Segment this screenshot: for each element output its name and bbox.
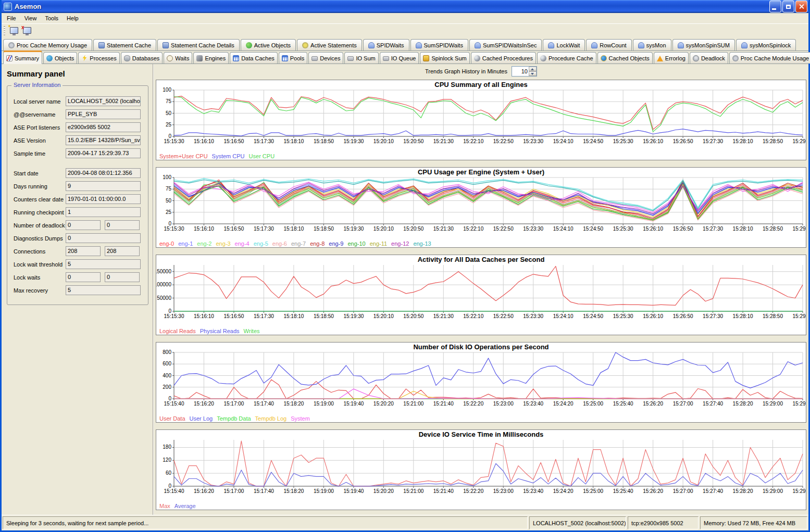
- menu-view[interactable]: View: [20, 14, 41, 22]
- field-value-ase-version[interactable]: 15.0.2/EBF 14328/P/Sun_svr: [66, 135, 141, 145]
- cache-icon: [98, 42, 105, 48]
- field-value-start-date[interactable]: 2009-04-08 08:01:12.356: [66, 168, 141, 178]
- tab-cached-procedures[interactable]: Cached Procedures: [471, 52, 536, 64]
- svg-text:15:17:00: 15:17:00: [223, 401, 244, 407]
- tab-sysmonspinlock[interactable]: sysMonSpinlock: [736, 39, 796, 50]
- field-value-connections[interactable]: 208: [66, 246, 101, 256]
- field-value-number-of-deadlock[interactable]: 0: [105, 220, 140, 230]
- field-value-days-running[interactable]: 9: [66, 181, 141, 191]
- connect-server-button[interactable]: *: [8, 25, 20, 36]
- field-value-local-server-name[interactable]: LOCALHOST_5002 (localhost:: [66, 96, 141, 106]
- field-label: ASE Port listeners: [14, 124, 66, 131]
- maximize-button[interactable]: [782, 1, 794, 12]
- field-label: Number of deadlock: [14, 222, 66, 229]
- svg-text:15:18:50: 15:18:50: [314, 313, 334, 319]
- tab-errorlog[interactable]: Errorlog: [654, 52, 689, 64]
- tab-proc-cache-module-usage[interactable]: Proc Cache Module Usage: [729, 52, 810, 64]
- tab-sysmonspinsum[interactable]: sysMonSpinSUM: [672, 39, 735, 50]
- tab-rowcount[interactable]: RowCount: [586, 39, 631, 50]
- tab-summary[interactable]: Summary: [3, 50, 42, 64]
- field-value-counters-clear-date[interactable]: 1970-01-01 01:00:00.0: [66, 194, 141, 204]
- menu-help[interactable]: Help: [63, 14, 83, 22]
- tab-label: IO Queue: [391, 55, 416, 61]
- svg-text:15:24:10: 15:24:10: [553, 313, 574, 319]
- field-value-connections[interactable]: 208: [105, 246, 140, 256]
- svg-text:15:27:00: 15:27:00: [673, 401, 693, 407]
- tab-sumspidwaits[interactable]: SumSPIDWaits: [410, 39, 468, 50]
- tab-sumspidwaitsinsec[interactable]: SumSPIDWaitsInSec: [469, 39, 542, 50]
- svg-text:150000: 150000: [156, 269, 171, 274]
- tab-spinlock-sum[interactable]: Spinlock Sum: [420, 52, 469, 64]
- tab-active-objects[interactable]: Active Objects: [241, 39, 296, 50]
- field-value-number-of-deadlock[interactable]: 0: [66, 220, 101, 230]
- tab-label: Procedure Cache: [549, 55, 593, 61]
- tab-deadlock[interactable]: Deadlock: [690, 52, 728, 64]
- tab-label: Pools: [290, 55, 305, 61]
- legend-item-eng-5: eng-5: [254, 240, 268, 247]
- field-value-lock-wait-threshold[interactable]: 5: [66, 259, 141, 269]
- chart-legend: System+User CPUSystem CPUUser CPU: [159, 153, 279, 159]
- tab-io-queue[interactable]: IO Queue: [380, 52, 419, 64]
- svg-text:15:16:20: 15:16:20: [194, 401, 214, 407]
- svg-text:180: 180: [163, 444, 171, 450]
- field-value-lock-waits[interactable]: 0: [66, 272, 101, 282]
- close-button[interactable]: [795, 1, 807, 12]
- tab-active-statements[interactable]: Active Statements: [297, 39, 362, 50]
- field-value-diagnostics-dumps[interactable]: 0: [66, 233, 141, 243]
- field-row-max-recovery: Max recovery5: [14, 285, 144, 295]
- tab-statement-cache-details[interactable]: Statement Cache Details: [157, 39, 240, 50]
- tab-cached-objects[interactable]: Cached Objects: [597, 52, 653, 64]
- status-connection: tcp:e2900x985 5002: [628, 516, 699, 529]
- tab-spidwaits[interactable]: SPIDWaits: [363, 39, 409, 50]
- tab-sysmon[interactable]: sysMon: [633, 39, 671, 50]
- field-label: Connections: [14, 248, 66, 255]
- tab-procedure-cache[interactable]: Procedure Cache: [537, 52, 596, 64]
- spinner-down-button[interactable]: [529, 71, 537, 76]
- tab-statement-cache[interactable]: Statement Cache: [93, 39, 156, 50]
- device-icon: [383, 56, 389, 61]
- tab-data-caches[interactable]: Data Caches: [230, 52, 278, 64]
- field-value-running-checkpoint[interactable]: 1: [66, 207, 141, 217]
- svg-text:15:20:50: 15:20:50: [403, 226, 423, 232]
- legend-item-user-log: User Log: [190, 415, 213, 422]
- trends-history-input[interactable]: [512, 67, 529, 76]
- tab-objects[interactable]: Objects: [43, 52, 77, 64]
- svg-text:15:19:40: 15:19:40: [343, 488, 364, 494]
- arrow-up-icon: [531, 68, 534, 70]
- legend-item-eng-2: eng-2: [197, 240, 211, 247]
- tab-processes[interactable]: Processes: [78, 52, 119, 64]
- tab-label: Processes: [90, 55, 116, 61]
- field-value-ase-port-listeners[interactable]: e2900x985 5002: [66, 122, 141, 132]
- tab-waits[interactable]: Waits: [164, 52, 192, 64]
- field-value-sample-time[interactable]: 2009-04-17 15:29:39.73: [66, 148, 141, 158]
- table-icon: [282, 55, 288, 61]
- field-value-lock-waits[interactable]: 0: [105, 272, 140, 282]
- svg-text:0: 0: [168, 308, 171, 314]
- tab-label: Summary: [15, 55, 39, 61]
- svg-text:15:27:30: 15:27:30: [703, 313, 723, 319]
- field-value-servername[interactable]: PPLE_SYB: [66, 109, 141, 119]
- menu-file[interactable]: File: [3, 14, 20, 22]
- disconnect-server-button[interactable]: x: [21, 25, 33, 36]
- tab-devices[interactable]: Devices: [308, 52, 343, 64]
- spinner-up-button[interactable]: [529, 67, 537, 71]
- tab-lockwait[interactable]: LockWait: [543, 39, 585, 50]
- tab-io-sum[interactable]: IO Sum: [344, 52, 378, 64]
- minimize-button[interactable]: [769, 1, 781, 12]
- cache-icon: [163, 42, 169, 48]
- svg-text:15:16:50: 15:16:50: [223, 313, 244, 319]
- tab-databases[interactable]: Databases: [121, 52, 163, 64]
- svg-text:200: 200: [163, 384, 171, 390]
- tab-label: Proc Cache Module Usage: [741, 55, 809, 61]
- tab-label: IO Sum: [356, 55, 375, 61]
- svg-text:15:20:20: 15:20:20: [373, 488, 394, 494]
- field-value-max-recovery[interactable]: 5: [66, 285, 141, 295]
- menu-tools[interactable]: Tools: [41, 14, 63, 22]
- tab-engines[interactable]: Engines: [193, 52, 229, 64]
- window-controls: [768, 1, 808, 12]
- svg-text:15:26:50: 15:26:50: [673, 313, 693, 319]
- title-bar[interactable]: Asemon: [2, 0, 808, 13]
- tab-proc-cache-memory-usage[interactable]: Proc Cache Memory Usage: [3, 39, 92, 50]
- svg-text:15:18:20: 15:18:20: [283, 488, 304, 494]
- tab-pools[interactable]: Pools: [279, 52, 308, 64]
